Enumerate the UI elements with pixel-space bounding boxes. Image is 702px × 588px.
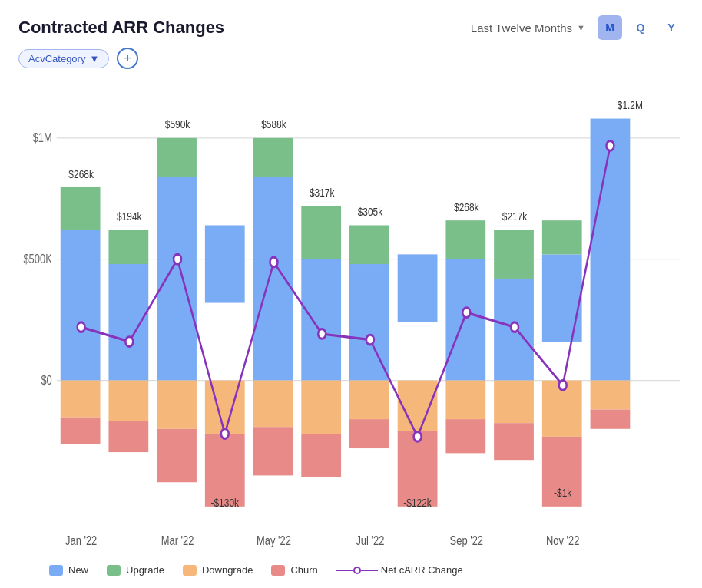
line-dot <box>270 257 277 267</box>
svg-text:May '22: May '22 <box>257 534 291 548</box>
bar-new <box>398 254 438 322</box>
svg-text:$268k: $268k <box>454 200 479 213</box>
legend-new-color <box>49 565 63 576</box>
filter-chip-arrow: ▼ <box>89 53 99 64</box>
bar-churn <box>108 421 148 452</box>
svg-text:-$122k: -$122k <box>403 497 432 510</box>
period-controls: Last Twelve Months ▼ M Q Y <box>465 15 684 40</box>
legend-churn-label: Churn <box>290 564 317 576</box>
svg-text:$305k: $305k <box>358 206 383 219</box>
bar-downgrade <box>349 381 389 420</box>
bar-upgrade <box>445 220 485 259</box>
legend-net-carr: Net cARR Change <box>336 564 463 576</box>
acv-category-filter[interactable]: AcvCategory ▼ <box>18 49 109 68</box>
bar-downgrade <box>108 381 148 421</box>
line-dot <box>318 329 326 339</box>
svg-text:$1.2M: $1.2M <box>618 99 643 112</box>
chart-area: $1M $500K $0 $268k $194k $590k <box>18 80 684 555</box>
svg-text:$1M: $1M <box>33 130 52 144</box>
svg-text:$194k: $194k <box>117 210 142 223</box>
svg-text:$317k: $317k <box>310 186 335 199</box>
legend-churn-color <box>271 565 285 576</box>
legend-new-label: New <box>68 564 88 576</box>
line-dot <box>511 322 518 332</box>
bar-upgrade <box>494 230 534 279</box>
svg-text:$588k: $588k <box>261 118 286 131</box>
bar-churn <box>349 419 389 448</box>
svg-text:$500K: $500K <box>23 252 52 266</box>
line-dot <box>174 254 181 264</box>
bar-churn <box>591 410 631 429</box>
bar-churn <box>301 434 341 477</box>
svg-text:$590k: $590k <box>165 118 190 131</box>
legend-line-right <box>361 570 378 571</box>
legend-dot-icon <box>353 567 361 574</box>
svg-text:Jan '22: Jan '22 <box>65 534 97 548</box>
svg-text:Jul '22: Jul '22 <box>356 534 384 548</box>
svg-text:Nov '22: Nov '22 <box>546 534 579 548</box>
bar-upgrade <box>108 230 148 264</box>
line-dot <box>606 141 614 151</box>
bar-churn <box>494 423 534 460</box>
legend-upgrade-label: Upgrade <box>126 564 164 576</box>
bar-new <box>591 119 631 381</box>
period-dropdown[interactable]: Last Twelve Months ▼ <box>465 18 591 38</box>
add-filter-button[interactable]: + <box>117 48 138 69</box>
bar-new <box>542 254 582 342</box>
svg-text:$0: $0 <box>41 373 51 387</box>
line-dot <box>78 322 85 332</box>
bar-new <box>253 177 293 380</box>
bar-new <box>205 225 245 302</box>
legend-downgrade-label: Downgrade <box>202 564 253 576</box>
bar-new <box>301 259 341 381</box>
svg-text:Mar '22: Mar '22 <box>161 534 194 548</box>
bar-new <box>157 177 197 380</box>
line-dot <box>221 429 229 439</box>
header-row: Contracted ARR Changes Last Twelve Month… <box>18 15 684 40</box>
bar-new <box>108 264 148 381</box>
bar-churn <box>157 429 197 482</box>
bar-upgrade <box>157 138 197 177</box>
line-dot <box>462 308 470 318</box>
line-dot <box>559 381 567 391</box>
bar-downgrade <box>253 381 293 428</box>
filter-chip-label: AcvCategory <box>28 53 85 64</box>
svg-text:-$130k: -$130k <box>211 497 240 510</box>
svg-text:$268k: $268k <box>68 167 94 180</box>
legend-downgrade-color <box>183 565 197 576</box>
svg-text:Sep '22: Sep '22 <box>450 534 483 548</box>
legend-new: New <box>49 564 88 576</box>
bar-downgrade <box>157 381 197 429</box>
main-chart: $1M $500K $0 $268k $194k $590k <box>18 80 684 555</box>
bar-new <box>61 230 101 381</box>
chart-legend: New Upgrade Downgrade Churn Net cARR Cha… <box>18 564 684 576</box>
period-m-button[interactable]: M <box>598 15 622 40</box>
legend-upgrade: Upgrade <box>107 564 164 576</box>
bar-new <box>349 264 389 381</box>
legend-upgrade-color <box>107 565 121 576</box>
bar-downgrade <box>494 381 534 424</box>
bar-downgrade <box>61 381 101 418</box>
bar-downgrade <box>398 381 438 431</box>
period-q-button[interactable]: Q <box>628 15 653 40</box>
period-label: Last Twelve Months <box>471 21 572 35</box>
legend-churn: Churn <box>271 564 317 576</box>
bar-upgrade <box>301 206 341 259</box>
bar-downgrade <box>591 381 631 410</box>
svg-text:-$1k: -$1k <box>554 487 571 500</box>
period-y-button[interactable]: Y <box>659 15 684 40</box>
svg-text:$217k: $217k <box>502 210 528 223</box>
bar-downgrade <box>301 381 341 434</box>
page-title: Contracted ARR Changes <box>18 18 224 38</box>
legend-downgrade: Downgrade <box>183 564 253 576</box>
line-dot <box>366 335 374 345</box>
line-dot <box>125 337 133 347</box>
bar-upgrade <box>542 220 582 254</box>
bar-new <box>445 259 485 381</box>
bar-downgrade <box>445 381 485 420</box>
bar-churn <box>61 418 101 444</box>
bar-churn <box>445 419 485 453</box>
line-dot <box>414 432 422 442</box>
dropdown-arrow-icon: ▼ <box>577 23 585 32</box>
bar-upgrade <box>253 138 293 177</box>
